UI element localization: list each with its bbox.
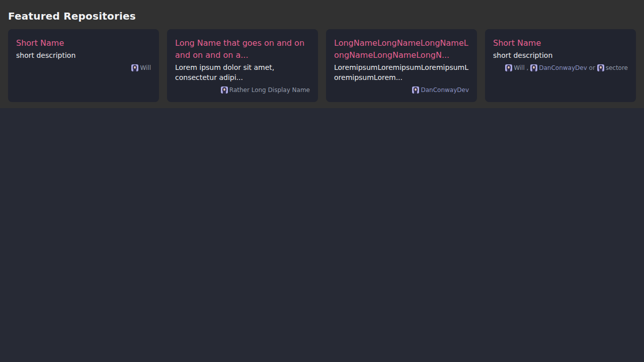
repo-description: short description [493, 50, 628, 60]
avatar-icon [221, 86, 228, 94]
maintainer-name: DanConwayDev [421, 86, 469, 94]
avatar-icon [530, 64, 537, 71]
maintainer-name: Will [140, 64, 151, 71]
maintainers-line: DanConwayDev [334, 86, 469, 94]
repo-card[interactable]: LongNameLongNameLongNameLongNameLongName… [326, 29, 477, 102]
maintainers-line: Rather Long Display Name [175, 86, 310, 94]
maintainer-link[interactable]: sectore [597, 64, 628, 71]
maintainer-link[interactable]: Rather Long Display Name [221, 86, 310, 94]
repo-name: Short Name [493, 37, 628, 49]
page-background [0, 108, 644, 362]
maintainer-name: sectore [606, 64, 628, 71]
maintainer-link[interactable]: DanConwayDev [412, 86, 469, 94]
avatar-icon [505, 64, 512, 71]
maintainers-line: Will [16, 64, 151, 72]
maintainer-name: Rather Long Display Name [229, 86, 310, 94]
repo-description: LoremipsumLoremipsumLoremipsumLoremipsum… [334, 62, 469, 82]
page-title: Featured Repositories [8, 11, 636, 21]
featured-repositories-section: Featured Repositories Short Name short d… [0, 0, 644, 108]
maintainers-line: Will , DanConwayDev or sectore [493, 64, 628, 72]
repo-card-grid: Short Name short description Will Long N… [8, 29, 636, 102]
avatar-icon [131, 64, 138, 71]
repo-card[interactable]: Long Name that goes on and on and on and… [167, 29, 318, 102]
avatar-icon [597, 64, 604, 71]
maintainer-separator: or [587, 64, 597, 71]
repo-card[interactable]: Short Name short description Will [8, 29, 159, 102]
avatar-icon [412, 86, 419, 94]
maintainer-link[interactable]: Will [131, 64, 151, 71]
maintainer-link[interactable]: Will [505, 64, 525, 71]
maintainer-name: DanConwayDev [539, 64, 587, 71]
repo-description: short description [16, 50, 151, 60]
maintainer-link[interactable]: DanConwayDev [530, 64, 587, 71]
repo-description: Lorem ipsum dolor sit amet, consectetur … [175, 62, 310, 82]
repo-name: Long Name that goes on and on and on and… [175, 37, 310, 61]
repo-card[interactable]: Short Name short description Will , DanC… [485, 29, 636, 102]
repo-name: LongNameLongNameLongNameLongNameLongName… [334, 37, 469, 61]
repo-name: Short Name [16, 37, 151, 49]
maintainer-separator: , [525, 64, 530, 71]
maintainer-name: Will [514, 64, 525, 71]
